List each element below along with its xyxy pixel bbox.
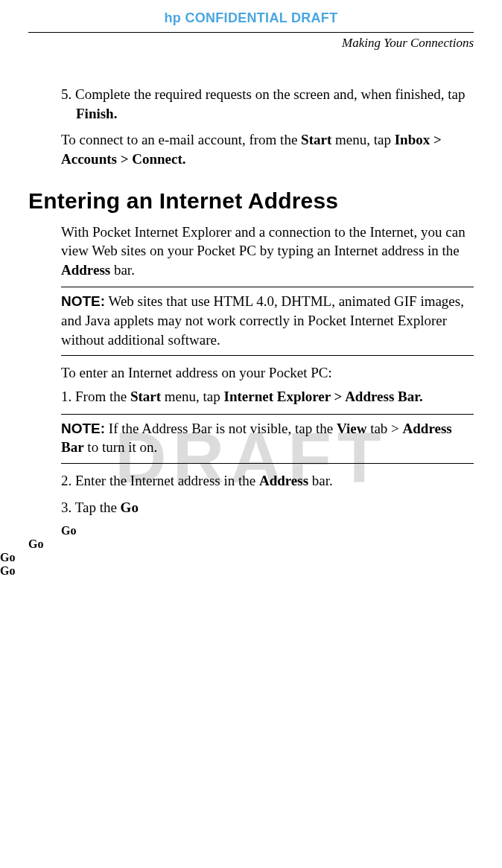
section1-intro: With Pocket Internet Explorer and a conn… xyxy=(61,223,474,280)
note-text: Web sites that use HTML 4.0, DHTML, anim… xyxy=(61,293,464,347)
confidential-banner: hp CONFIDENTIAL DRAFT xyxy=(0,0,502,26)
section1-lead: To enter an Internet address on your Poc… xyxy=(61,363,474,383)
step-5: 5. Complete the required requests on the… xyxy=(61,85,474,123)
step-text: Complete the required requests on the sc… xyxy=(75,86,465,102)
step-bold: Finish. xyxy=(76,106,117,121)
note-label: NOTE: xyxy=(61,421,105,436)
note-label: NOTE: xyxy=(61,293,105,309)
connect-email-paragraph: To connect to an e-mail account, from th… xyxy=(61,130,474,168)
section1-step-2: 2. Enter the Internet address in the Add… xyxy=(61,471,474,491)
chapter-title: Making Your Connections xyxy=(28,36,474,51)
section-heading-internet-address: Entering an Internet Address xyxy=(28,188,474,214)
step-number: 5. xyxy=(61,86,72,102)
section1-step-1: 1. From the Start menu, tap Internet Exp… xyxy=(61,387,474,406)
note-html-support: NOTE: Web sites that use HTML 4.0, DHTML… xyxy=(61,287,474,356)
note-address-bar: NOTE: If the Address Bar is not visible,… xyxy=(61,414,474,464)
section1-step-3: 3. Tap the Go xyxy=(61,498,474,517)
